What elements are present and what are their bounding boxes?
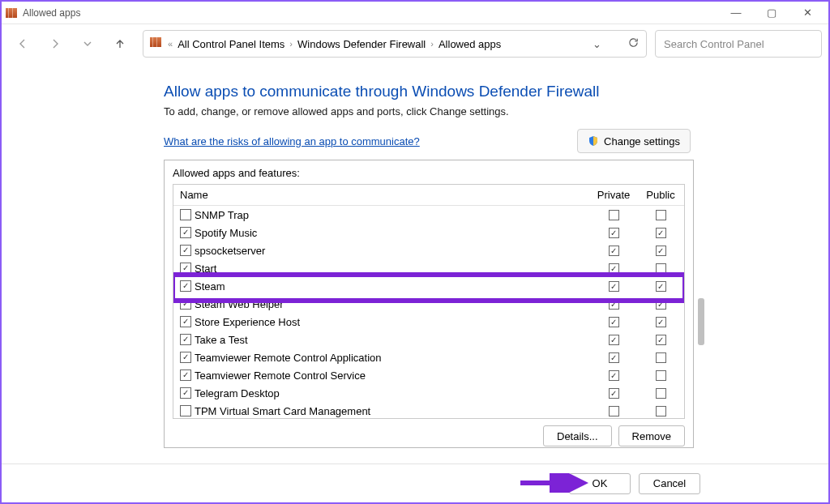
shield-icon xyxy=(588,135,599,147)
row-checkbox[interactable] xyxy=(180,316,191,327)
public-checkbox[interactable] xyxy=(656,299,666,310)
row-checkbox[interactable] xyxy=(180,298,191,310)
back-button[interactable] xyxy=(8,29,37,58)
public-checkbox[interactable] xyxy=(656,228,666,238)
remove-label: Remove xyxy=(632,430,671,442)
row-checkbox[interactable] xyxy=(180,209,191,220)
allowed-apps-group: Allowed apps and features: Name Private … xyxy=(164,160,694,448)
ok-label: OK xyxy=(593,477,608,489)
refresh-icon[interactable] xyxy=(627,36,640,51)
change-settings-button[interactable]: Change settings xyxy=(577,129,691,153)
table-row[interactable]: TPM Virtual Smart Card Management xyxy=(173,402,684,419)
page-heading: Allow apps to communicate through Window… xyxy=(164,83,828,100)
page-subheading: To add, change, or remove allowed apps a… xyxy=(164,105,828,117)
private-checkbox[interactable] xyxy=(609,370,619,381)
app-name: TPM Virtual Smart Card Management xyxy=(195,405,590,417)
table-row[interactable]: SNMP Trap xyxy=(173,206,684,224)
search-input[interactable]: Search Control Panel xyxy=(655,30,822,58)
remove-button[interactable]: Remove xyxy=(618,425,685,446)
details-button[interactable]: Details... xyxy=(543,425,612,446)
chevron-down-icon[interactable]: ⌄ xyxy=(593,38,601,50)
row-checkbox[interactable] xyxy=(180,387,191,399)
firewall-icon xyxy=(5,6,18,19)
table-row[interactable]: Teamviewer Remote Control Application xyxy=(173,348,684,366)
app-name: Steam xyxy=(195,280,590,293)
chevron-right-icon: › xyxy=(430,39,434,49)
breadcrumb-item[interactable]: Allowed apps xyxy=(439,38,501,50)
private-checkbox[interactable] xyxy=(609,281,619,292)
breadcrumb[interactable]: « All Control Panel Items › Windows Defe… xyxy=(143,30,647,58)
private-checkbox[interactable] xyxy=(609,228,619,238)
col-name[interactable]: Name xyxy=(173,189,590,201)
public-checkbox[interactable] xyxy=(656,246,666,256)
app-name: spsocketserver xyxy=(195,245,590,257)
app-name: Teamviewer Remote Control Service xyxy=(195,369,590,382)
apps-list[interactable]: Name Private Public SNMP TrapSpotify Mus… xyxy=(173,184,685,419)
public-checkbox[interactable] xyxy=(656,210,666,220)
ok-button[interactable]: OK xyxy=(569,473,631,494)
public-checkbox[interactable] xyxy=(656,263,666,274)
public-checkbox[interactable] xyxy=(656,406,666,416)
chevron-left-icon: « xyxy=(168,39,173,49)
scrollbar-thumb[interactable] xyxy=(698,298,704,345)
private-checkbox[interactable] xyxy=(609,246,619,256)
up-button[interactable] xyxy=(105,29,135,58)
table-row[interactable]: Take a Test xyxy=(173,331,684,348)
private-checkbox[interactable] xyxy=(609,317,619,327)
table-row[interactable]: Start xyxy=(173,259,684,277)
forward-button[interactable] xyxy=(41,29,70,58)
search-placeholder: Search Control Panel xyxy=(664,38,764,50)
private-checkbox[interactable] xyxy=(609,210,619,220)
cancel-label: Cancel xyxy=(653,477,686,489)
app-name: Teamviewer Remote Control Application xyxy=(195,352,590,364)
close-button[interactable]: ✕ xyxy=(789,2,825,23)
chevron-right-icon: › xyxy=(289,39,293,49)
public-checkbox[interactable] xyxy=(656,281,666,292)
table-row[interactable]: Teamviewer Remote Control Service xyxy=(173,366,684,384)
private-checkbox[interactable] xyxy=(609,335,619,345)
dialog-footer: OK Cancel xyxy=(2,463,828,502)
maximize-button[interactable]: ▢ xyxy=(754,2,789,23)
table-row[interactable]: Store Experience Host xyxy=(173,313,684,331)
private-checkbox[interactable] xyxy=(609,299,619,310)
row-checkbox[interactable] xyxy=(180,280,191,292)
table-row[interactable]: Spotify Music xyxy=(173,224,684,241)
private-checkbox[interactable] xyxy=(609,406,619,416)
table-row[interactable]: Steam Web Helper xyxy=(173,295,684,313)
table-row[interactable]: Steam xyxy=(173,277,684,295)
table-row[interactable]: Telegram Desktop xyxy=(173,384,684,402)
row-checkbox[interactable] xyxy=(180,369,191,381)
titlebar: Allowed apps — ▢ ✕ xyxy=(2,2,828,24)
row-checkbox[interactable] xyxy=(180,334,191,345)
col-public[interactable]: Public xyxy=(637,189,684,201)
private-checkbox[interactable] xyxy=(609,263,619,274)
cancel-button[interactable]: Cancel xyxy=(639,473,700,494)
recent-dropdown[interactable] xyxy=(73,29,102,58)
public-checkbox[interactable] xyxy=(656,317,666,327)
private-checkbox[interactable] xyxy=(609,388,619,399)
list-label: Allowed apps and features: xyxy=(173,167,685,179)
breadcrumb-item[interactable]: All Control Panel Items xyxy=(178,38,285,50)
list-header: Name Private Public xyxy=(173,185,684,206)
private-checkbox[interactable] xyxy=(609,352,619,363)
row-checkbox[interactable] xyxy=(180,245,191,256)
public-checkbox[interactable] xyxy=(656,352,666,363)
app-name: Telegram Desktop xyxy=(195,387,590,399)
risk-link[interactable]: What are the risks of allowing an app to… xyxy=(164,135,420,147)
minimize-button[interactable]: — xyxy=(718,2,754,23)
public-checkbox[interactable] xyxy=(656,335,666,345)
row-checkbox[interactable] xyxy=(180,352,191,363)
app-name: Steam Web Helper xyxy=(195,298,590,310)
breadcrumb-item[interactable]: Windows Defender Firewall xyxy=(297,38,426,50)
firewall-icon xyxy=(150,37,163,50)
row-checkbox[interactable] xyxy=(180,263,191,274)
public-checkbox[interactable] xyxy=(656,370,666,381)
public-checkbox[interactable] xyxy=(656,388,666,399)
table-row[interactable]: spsocketserver xyxy=(173,241,684,259)
row-checkbox[interactable] xyxy=(180,227,191,238)
details-label: Details... xyxy=(557,430,598,442)
col-private[interactable]: Private xyxy=(590,189,637,201)
app-name: SNMP Trap xyxy=(195,209,590,221)
row-checkbox[interactable] xyxy=(180,405,191,416)
app-name: Store Experience Host xyxy=(195,316,590,328)
